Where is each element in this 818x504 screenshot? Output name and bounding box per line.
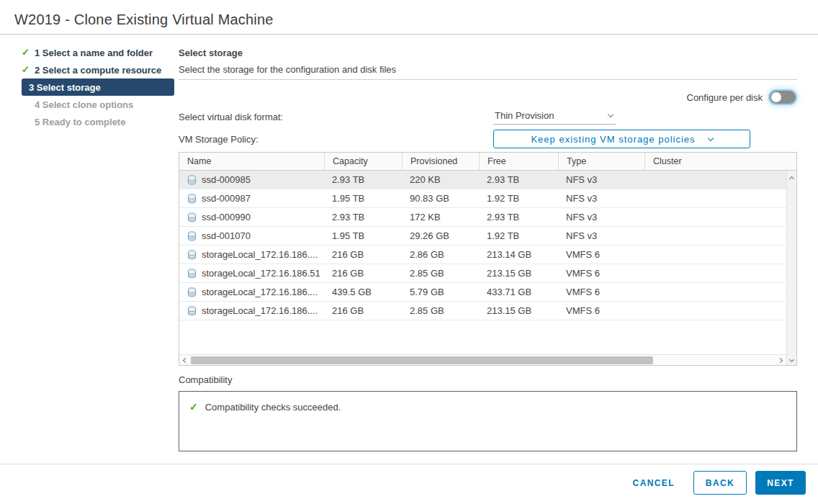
cell-provisioned: 2.85 GB (402, 305, 479, 316)
disk-format-label: Select virtual disk format: (179, 112, 493, 122)
datastore-table: Name Capacity Provisioned Free Type Clus… (179, 152, 797, 366)
column-header-free[interactable]: Free (479, 153, 558, 170)
disk-format-select[interactable]: Thin Provision (493, 109, 616, 125)
table-row[interactable]: storageLocal_172.16.186.51 216 GB 2.85 G… (179, 264, 786, 283)
cell-free: 433.71 GB (479, 287, 558, 297)
column-header-cluster[interactable]: Cluster (644, 153, 796, 170)
cell-capacity: 1.95 TB (324, 230, 402, 241)
datastore-name: storageLocal_172.16.186.51 (202, 268, 320, 279)
cell-type: NFS v3 (558, 174, 644, 185)
cell-free: 1.92 TB (479, 193, 558, 204)
cell-type: NFS v3 (558, 212, 644, 222)
storage-policy-dropdown[interactable]: Keep existing VM storage policies (493, 130, 750, 148)
cell-provisioned: 2.86 GB (402, 249, 479, 260)
back-button[interactable]: BACK (693, 471, 747, 495)
section-divider (179, 79, 797, 80)
disk-format-value: Thin Provision (495, 110, 554, 121)
step-label: 3 Select storage (29, 82, 101, 93)
cell-provisioned: 29.26 GB (402, 230, 479, 241)
section-title: Select storage (179, 48, 243, 58)
cell-free: 1.92 TB (479, 230, 558, 241)
datastore-name: storageLocal_172.16.186.... (202, 305, 318, 316)
table-row[interactable]: storageLocal_172.16.186.... 439.5 GB 5.7… (179, 283, 786, 302)
table-header-row: Name Capacity Provisioned Free Type Clus… (179, 153, 796, 171)
table-row[interactable]: ssd-000985 2.93 TB 220 KB 2.93 TB NFS v3 (179, 171, 786, 189)
cell-type: VMFS 6 (558, 305, 644, 316)
datastore-disk-icon (187, 250, 197, 260)
scroll-left-icon[interactable] (182, 359, 187, 362)
table-row[interactable]: storageLocal_172.16.186.... 216 GB 2.85 … (179, 302, 786, 320)
cell-provisioned: 172 KB (402, 212, 479, 222)
cell-capacity: 1.95 TB (324, 193, 402, 204)
scroll-right-icon[interactable] (778, 359, 783, 362)
next-button[interactable]: NEXT (755, 471, 806, 495)
step-label: 4 Select clone options (35, 99, 133, 110)
footer-divider (0, 464, 818, 464)
cell-free: 213.15 GB (479, 305, 558, 316)
cell-provisioned: 2.85 GB (402, 268, 479, 279)
step-select-compute-resource[interactable]: ✓ 2 Select a compute resource (0, 61, 179, 78)
configure-per-disk-toggle[interactable] (770, 91, 796, 104)
cell-free: 2.93 TB (479, 174, 558, 185)
table-row[interactable]: ssd-001070 1.95 TB 29.26 GB 1.92 TB NFS … (179, 227, 786, 246)
check-icon: ✓ (22, 64, 30, 75)
table-row[interactable]: ssd-000990 2.93 TB 172 KB 2.93 TB NFS v3 (179, 208, 786, 227)
datastore-name: ssd-000985 (202, 174, 251, 185)
datastore-name: ssd-001070 (202, 230, 251, 241)
datastore-disk-icon (187, 287, 197, 297)
horizontal-scrollbar[interactable] (179, 354, 786, 365)
scroll-up-icon[interactable] (790, 174, 794, 181)
compatibility-box: ✓ Compatibility checks succeeded. (179, 391, 797, 451)
compatibility-message: Compatibility checks succeeded. (205, 402, 341, 413)
datastore-disk-icon (187, 269, 197, 279)
toggle-knob (771, 92, 781, 102)
cell-provisioned: 90.83 GB (402, 193, 479, 204)
datastore-name: ssd-000990 (202, 212, 251, 222)
column-header-type[interactable]: Type (558, 153, 644, 170)
column-header-capacity[interactable]: Capacity (324, 153, 402, 170)
step-label: 1 Select a name and folder (35, 48, 153, 58)
footer-actions: CANCEL BACK NEXT (623, 471, 806, 495)
cell-type: VMFS 6 (558, 249, 644, 260)
wizard-steps-nav: ✓ 1 Select a name and folder ✓ 2 Select … (0, 44, 179, 130)
cell-capacity: 216 GB (324, 268, 402, 279)
scroll-down-icon[interactable] (790, 360, 794, 361)
cell-provisioned: 5.79 GB (402, 287, 479, 297)
cell-capacity: 439.5 GB (324, 287, 402, 297)
scrollbar-thumb[interactable] (191, 356, 653, 364)
cell-free: 2.93 TB (479, 212, 558, 222)
cell-capacity: 216 GB (324, 249, 402, 260)
datastore-disk-icon (187, 212, 197, 222)
cell-free: 213.14 GB (479, 249, 558, 260)
vertical-scrollbar[interactable] (786, 171, 796, 365)
storage-policy-value: Keep existing VM storage policies (531, 134, 695, 145)
cell-type: NFS v3 (558, 230, 644, 241)
cancel-button[interactable]: CANCEL (623, 471, 685, 495)
check-icon: ✓ (189, 401, 198, 413)
step-ready-to-complete: 5 Ready to complete (0, 113, 179, 130)
table-row[interactable]: ssd-000987 1.95 TB 90.83 GB 1.92 TB NFS … (179, 189, 786, 208)
table-row[interactable]: storageLocal_172.16.186.... 216 GB 2.86 … (179, 246, 786, 264)
datastore-name: storageLocal_172.16.186.... (202, 249, 318, 260)
section-subtitle: Select the storage for the configuration… (179, 64, 396, 75)
cell-free: 213.15 GB (479, 268, 558, 279)
configure-per-disk-label: Configure per disk (687, 92, 763, 103)
cell-type: VMFS 6 (558, 287, 644, 297)
step-select-storage-active[interactable]: 3 Select storage (22, 78, 174, 96)
step-label: 5 Ready to complete (35, 117, 125, 127)
step-select-clone-options: 4 Select clone options (0, 96, 179, 113)
cell-type: VMFS 6 (558, 268, 644, 279)
datastore-disk-icon (187, 194, 197, 204)
storage-policy-label: VM Storage Policy: (179, 134, 493, 145)
scrollbar-track[interactable] (190, 356, 776, 364)
datastore-name: ssd-000987 (202, 193, 251, 204)
datastore-disk-icon (187, 306, 197, 316)
chevron-down-icon (608, 112, 614, 117)
cell-capacity: 2.93 TB (324, 174, 402, 185)
cell-capacity: 216 GB (324, 305, 402, 316)
step-label: 2 Select a compute resource (35, 65, 161, 76)
column-header-provisioned[interactable]: Provisioned (402, 153, 479, 170)
column-header-name[interactable]: Name (179, 153, 324, 170)
step-select-name-folder[interactable]: ✓ 1 Select a name and folder (0, 44, 179, 61)
check-icon: ✓ (22, 47, 30, 58)
